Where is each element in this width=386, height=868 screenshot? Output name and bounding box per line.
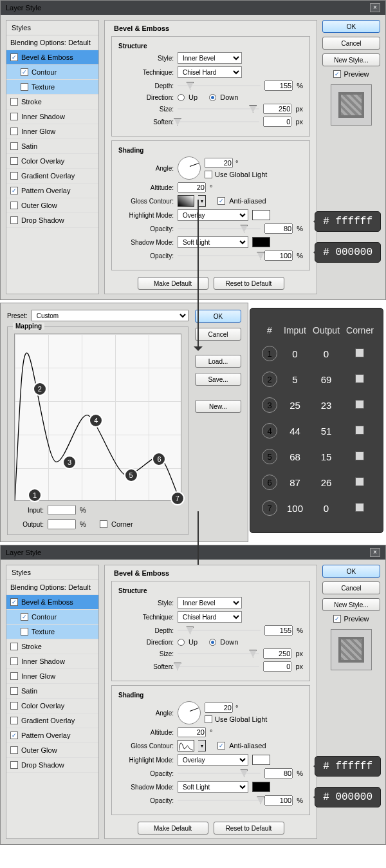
highlight-color-swatch[interactable]	[252, 210, 270, 220]
style-row-outer-glow[interactable]: Outer Glow	[6, 198, 98, 213]
style-select-2[interactable]: Inner Bevel	[178, 597, 242, 609]
blending-options-row[interactable]: Blending Options: Default	[6, 35, 98, 50]
style-row-texture[interactable]: Texture	[6, 625, 98, 639]
checkbox[interactable]	[21, 68, 28, 76]
contour-save-button[interactable]: Save...	[195, 373, 241, 386]
style-row-drop-shadow[interactable]: Drop Shadow	[6, 213, 98, 228]
size-slider[interactable]	[178, 104, 259, 113]
checkbox[interactable]	[10, 172, 18, 180]
style-row-contour[interactable]: Contour	[6, 610, 98, 625]
checkbox[interactable]	[10, 657, 18, 665]
style-row-bevel-emboss[interactable]: Bevel & Emboss	[6, 50, 98, 65]
checkbox[interactable]	[10, 702, 18, 710]
checkbox[interactable]	[10, 761, 18, 769]
checkbox[interactable]	[10, 187, 18, 194]
style-row-texture[interactable]: Texture	[6, 80, 98, 95]
contour-node-2[interactable]: 2	[33, 382, 47, 396]
checkbox[interactable]	[10, 746, 18, 754]
style-row-gradient-overlay[interactable]: Gradient Overlay	[6, 169, 98, 184]
contour-node-5[interactable]: 5	[124, 468, 138, 482]
contour-node-7[interactable]: 7	[170, 491, 185, 505]
checkbox[interactable]	[10, 113, 18, 120]
checkbox[interactable]	[10, 687, 18, 695]
shadow-opacity-input[interactable]	[264, 250, 293, 261]
style-row-inner-glow[interactable]: Inner Glow	[6, 124, 98, 139]
style-row-bevel-emboss[interactable]: Bevel & Emboss	[6, 595, 98, 610]
checkbox[interactable]	[10, 731, 18, 739]
style-row-stroke[interactable]: Stroke	[6, 639, 98, 654]
style-row-color-overlay[interactable]: Color Overlay	[6, 154, 98, 169]
checkbox[interactable]	[10, 672, 18, 680]
close-icon-2[interactable]: ×	[370, 548, 380, 557]
checkbox[interactable]	[10, 127, 18, 135]
contour-output-field[interactable]	[48, 519, 76, 529]
style-row-pattern-overlay[interactable]: Pattern Overlay	[6, 184, 98, 198]
preview-checkbox[interactable]	[333, 70, 341, 78]
shadow-opacity-slider[interactable]	[178, 251, 261, 260]
highlight-opacity-slider[interactable]	[178, 224, 261, 233]
contour-cancel-button[interactable]: Cancel	[195, 328, 241, 341]
style-row-stroke[interactable]: Stroke	[6, 95, 98, 109]
preset-select[interactable]: Custom	[32, 310, 188, 321]
style-row-inner-glow[interactable]: Inner Glow	[6, 669, 98, 684]
depth-input[interactable]	[264, 80, 293, 91]
style-select[interactable]: Inner Bevel	[178, 52, 242, 64]
checkbox[interactable]	[21, 628, 28, 636]
contour-ok-button[interactable]: OK	[195, 310, 241, 323]
checkbox[interactable]	[10, 717, 18, 724]
highlight-opacity-input[interactable]	[264, 223, 293, 234]
style-row-drop-shadow[interactable]: Drop Shadow	[6, 758, 98, 773]
size-input[interactable]	[263, 104, 291, 114]
shadow-mode-select[interactable]: Soft Light	[178, 236, 248, 248]
checkbox[interactable]	[10, 53, 18, 61]
style-row-satin[interactable]: Satin	[6, 684, 98, 699]
checkbox[interactable]	[10, 202, 18, 209]
checkbox[interactable]	[10, 598, 18, 606]
checkbox[interactable]	[10, 142, 18, 150]
style-row-color-overlay[interactable]: Color Overlay	[6, 699, 98, 713]
checkbox[interactable]	[21, 83, 28, 91]
angle-dial[interactable]	[178, 156, 201, 180]
gloss-contour-picker[interactable]	[178, 195, 194, 207]
global-light-checkbox[interactable]	[205, 171, 212, 178]
style-row-pattern-overlay[interactable]: Pattern Overlay	[6, 728, 98, 743]
style-row-contour[interactable]: Contour	[6, 65, 98, 80]
checkbox[interactable]	[10, 98, 18, 106]
direction-up-radio[interactable]	[178, 94, 185, 101]
gloss-contour-dropdown[interactable]: ▾	[198, 195, 206, 207]
styles-header[interactable]: Styles	[6, 21, 98, 35]
new-style-button[interactable]: New Style...	[322, 53, 380, 66]
style-row-outer-glow[interactable]: Outer Glow	[6, 743, 98, 758]
direction-down-radio[interactable]	[209, 94, 216, 101]
contour-node-3[interactable]: 3	[62, 455, 77, 469]
technique-select[interactable]: Chisel Hard	[178, 66, 242, 78]
corner-checkbox[interactable]	[100, 520, 107, 528]
reset-default-button[interactable]: Reset to Default	[214, 277, 284, 290]
checkbox[interactable]	[10, 643, 18, 650]
checkbox[interactable]	[10, 157, 18, 165]
contour-node-1[interactable]: 1	[28, 488, 42, 502]
angle-input[interactable]	[205, 158, 233, 168]
style-row-satin[interactable]: Satin	[6, 139, 98, 154]
soften-slider[interactable]	[178, 117, 259, 126]
shadow-color-swatch[interactable]	[252, 237, 270, 247]
soften-input[interactable]	[263, 117, 291, 127]
gloss-contour-picker-custom[interactable]	[178, 740, 194, 751]
technique-select-2[interactable]: Chisel Hard	[178, 611, 242, 623]
style-row-inner-shadow[interactable]: Inner Shadow	[6, 654, 98, 669]
altitude-input[interactable]	[178, 182, 206, 193]
style-row-inner-shadow[interactable]: Inner Shadow	[6, 109, 98, 124]
contour-curve-editor[interactable]: 1 2 3 4 5 6 7	[14, 334, 181, 501]
checkbox[interactable]	[10, 216, 18, 224]
contour-node-6[interactable]: 6	[152, 452, 166, 466]
ok-button[interactable]: OK	[322, 20, 380, 33]
depth-slider[interactable]	[178, 81, 261, 90]
contour-input-field[interactable]	[48, 505, 76, 515]
cancel-button[interactable]: Cancel	[322, 37, 380, 50]
close-icon[interactable]: ×	[370, 3, 380, 12]
contour-new-button[interactable]: New...	[195, 400, 241, 413]
antialiased-checkbox[interactable]	[217, 197, 225, 205]
contour-load-button[interactable]: Load...	[195, 355, 241, 368]
highlight-mode-select[interactable]: Overlay	[178, 209, 248, 221]
style-row-gradient-overlay[interactable]: Gradient Overlay	[6, 713, 98, 728]
